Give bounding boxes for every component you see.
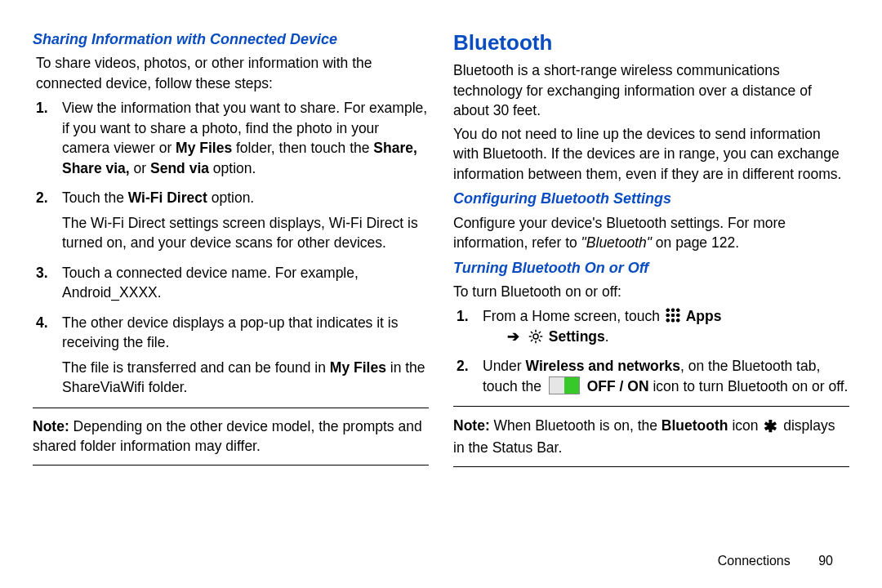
- bluetooth-desc-1: Bluetooth is a short-range wireless comm…: [453, 60, 849, 121]
- settings-gear-icon: [528, 329, 543, 344]
- my-files-text: My Files: [176, 140, 232, 156]
- footer-section: Connections: [718, 554, 791, 568]
- svg-line-7: [531, 340, 532, 341]
- note-label: Note:: [453, 417, 490, 434]
- svg-point-0: [533, 334, 538, 339]
- sharing-step-3: Touch a connected device name. For examp…: [56, 263, 429, 303]
- text: When Bluetooth is on, the: [490, 417, 662, 434]
- svg-line-5: [531, 332, 532, 333]
- sharing-intro: To share videos, photos, or other inform…: [33, 53, 429, 93]
- apps-grid-icon: [666, 308, 680, 323]
- turn-steps-list: From a Home screen, touch Apps ➔ Setting…: [453, 306, 849, 396]
- divider: [33, 465, 429, 466]
- wireless-networks-text: Wireless and networks: [526, 358, 681, 374]
- turn-step-1: From a Home screen, touch Apps ➔ Setting…: [476, 306, 849, 346]
- turn-step-2: Under Wireless and networks, on the Blue…: [476, 356, 849, 396]
- bluetooth-ref: "Bluetooth": [581, 234, 652, 251]
- text: From a Home screen, touch: [483, 308, 664, 324]
- send-via-text: Send via: [150, 160, 209, 176]
- divider: [453, 466, 849, 467]
- text: or: [130, 160, 150, 176]
- divider: [453, 406, 849, 407]
- left-column: Sharing Information with Connected Devic…: [33, 24, 429, 539]
- text: on page 122.: [652, 234, 739, 251]
- note-label: Note:: [33, 418, 69, 434]
- settings-label: Settings: [549, 328, 605, 345]
- toggle-on-icon: [549, 376, 580, 394]
- bluetooth-bold: Bluetooth: [662, 417, 728, 434]
- arrow-icon: ➔: [507, 327, 519, 347]
- left-note: Note: Depending on the other device mode…: [33, 416, 429, 457]
- config-desc: Configure your device's Bluetooth settin…: [453, 213, 849, 253]
- text: option.: [207, 189, 254, 206]
- wifi-direct-text: Wi-Fi Direct: [128, 189, 207, 206]
- heading-turning: Turning Bluetooth On or Off: [453, 258, 849, 278]
- text: folder, then touch the: [232, 140, 373, 156]
- svg-line-6: [539, 340, 541, 341]
- bluetooth-desc-2: You do not need to line up the devices t…: [453, 124, 849, 185]
- heading-configuring: Configuring Bluetooth Settings: [453, 189, 849, 209]
- text: Under: [483, 358, 526, 374]
- text: .: [605, 328, 609, 345]
- divider: [33, 408, 429, 408]
- right-column: Bluetooth Bluetooth is a short-range wir…: [453, 24, 849, 539]
- bluetooth-icon: ✱: [764, 415, 777, 438]
- note-text: Depending on the other device model, the…: [33, 418, 422, 455]
- svg-line-8: [539, 332, 541, 333]
- text: icon: [728, 417, 763, 434]
- turn-intro: To turn Bluetooth on or off:: [453, 282, 849, 302]
- sharing-step-4: The other device displays a pop-up that …: [56, 313, 429, 398]
- sharing-step-1: View the information that you want to sh…: [56, 98, 429, 178]
- text: icon to turn Bluetooth on or off.: [649, 378, 849, 394]
- apps-label: Apps: [686, 308, 722, 324]
- text: The other device displays a pop-up that …: [62, 314, 398, 351]
- sharing-steps-list: View the information that you want to sh…: [33, 98, 429, 398]
- text: The file is transferred and can be found…: [62, 359, 330, 376]
- sharing-step-2: Touch the Wi-Fi Direct option. The Wi-Fi…: [56, 188, 429, 253]
- heading-bluetooth: Bluetooth: [453, 28, 849, 57]
- step-2-continuation: The Wi-Fi Direct settings screen display…: [62, 213, 429, 253]
- heading-sharing-info: Sharing Information with Connected Devic…: [33, 29, 429, 50]
- my-files-text: My Files: [330, 359, 386, 376]
- text: option.: [209, 160, 256, 176]
- text: Touch the: [62, 189, 128, 206]
- page-footer: Connections 90: [718, 554, 833, 568]
- off-on-text: OFF / ON: [587, 378, 649, 394]
- footer-page-number: 90: [818, 554, 833, 568]
- right-note: Note: When Bluetooth is on, the Bluetoot…: [453, 415, 849, 458]
- step-4-continuation: The file is transferred and can be found…: [62, 358, 429, 398]
